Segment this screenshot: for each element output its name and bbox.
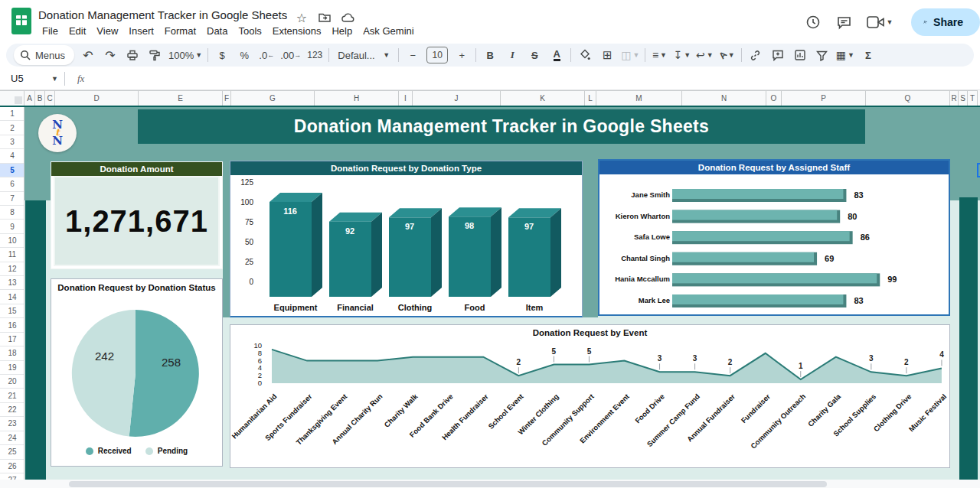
horizontal-align-button[interactable]: ≡▼ xyxy=(651,46,668,64)
redo-button[interactable]: ↷ xyxy=(102,46,119,64)
paint-format-button[interactable] xyxy=(146,46,163,64)
column-header-C[interactable]: C xyxy=(45,90,55,106)
move-folder-icon[interactable] xyxy=(317,10,332,25)
row-header-20[interactable]: 20 xyxy=(0,375,24,389)
column-header-L[interactable]: L xyxy=(585,90,596,106)
column-header-T[interactable]: T xyxy=(968,90,978,106)
menu-tools[interactable]: Tools xyxy=(233,24,266,39)
row-header-14[interactable]: 14 xyxy=(0,290,24,304)
row-header-2[interactable]: 2 xyxy=(0,121,24,135)
column-header-N[interactable]: N xyxy=(682,90,766,106)
row-header-8[interactable]: 8 xyxy=(0,206,24,220)
row-header-10[interactable]: 10 xyxy=(0,234,24,248)
column-header-J[interactable]: J xyxy=(413,90,501,106)
row-header-16[interactable]: 16 xyxy=(0,318,24,332)
strikethrough-button[interactable]: S xyxy=(526,46,543,64)
row-header-18[interactable]: 18 xyxy=(0,346,24,360)
row-header-1[interactable]: 1 xyxy=(0,107,24,121)
row-header-26[interactable]: 26 xyxy=(0,460,24,473)
row-header-7[interactable]: 7 xyxy=(0,192,24,206)
bold-button[interactable]: B xyxy=(482,46,498,64)
horizontal-scrollbar-thumb[interactable] xyxy=(69,481,827,487)
google-sheets-logo-icon[interactable] xyxy=(11,8,31,34)
menu-extensions[interactable]: Extensions xyxy=(267,24,327,39)
version-history-icon[interactable] xyxy=(804,13,822,31)
row-header-17[interactable]: 17 xyxy=(0,333,24,346)
row-header-11[interactable]: 11 xyxy=(0,248,24,262)
menu-format[interactable]: Format xyxy=(159,24,201,39)
text-color-button[interactable]: A xyxy=(548,46,565,64)
row-header-21[interactable]: 21 xyxy=(0,389,24,402)
row-header-27[interactable]: 27 xyxy=(0,473,24,480)
type-bar-chart-panel[interactable]: Donation Request by Donation Type 025507… xyxy=(230,161,583,317)
column-header-B[interactable]: B xyxy=(35,90,45,106)
column-header-G[interactable]: G xyxy=(231,90,315,106)
event-area-chart-panel[interactable]: Donation Request by Event 10864202553321… xyxy=(230,324,950,468)
cloud-status-icon[interactable] xyxy=(340,10,355,25)
column-header-D[interactable]: D xyxy=(55,90,139,106)
menu-file[interactable]: File xyxy=(37,24,64,39)
column-header-O[interactable]: O xyxy=(766,90,782,106)
format-percent-button[interactable]: % xyxy=(236,46,253,64)
row-header-3[interactable]: 3 xyxy=(0,135,24,149)
increase-font-size-button[interactable]: + xyxy=(453,46,470,64)
name-box[interactable]: U5▼ xyxy=(0,73,64,84)
row-header-13[interactable]: 13 xyxy=(0,276,24,290)
text-rotation-button[interactable]: A▼ xyxy=(719,46,736,64)
menu-view[interactable]: View xyxy=(91,24,123,39)
functions-button[interactable]: Σ xyxy=(860,46,877,64)
italic-button[interactable]: I xyxy=(504,46,521,64)
insert-chart-button[interactable] xyxy=(792,46,808,64)
column-header-H[interactable]: H xyxy=(315,90,399,106)
column-header-P[interactable]: P xyxy=(782,90,866,106)
row-header-5[interactable]: 5 xyxy=(0,164,24,177)
fill-color-button[interactable] xyxy=(577,46,593,64)
column-header-S[interactable]: S xyxy=(959,90,968,106)
menu-data[interactable]: Data xyxy=(201,24,233,39)
vertical-align-button[interactable]: ↧▼ xyxy=(673,46,691,64)
column-header-M[interactable]: M xyxy=(596,90,682,106)
star-icon[interactable]: ☆ xyxy=(294,10,309,25)
merge-cells-button[interactable]: ◫▼ xyxy=(621,46,639,64)
column-header-E[interactable]: E xyxy=(139,90,223,106)
insert-table-button[interactable]: ▦▼ xyxy=(836,46,854,64)
column-header-I[interactable]: I xyxy=(399,90,413,106)
insert-comment-button[interactable] xyxy=(769,46,786,64)
print-button[interactable] xyxy=(124,46,141,64)
column-header-R[interactable]: R xyxy=(950,90,959,106)
sheet-canvas[interactable]: Donation Management Tracker in Google Sh… xyxy=(24,107,980,480)
row-header-4[interactable]: 4 xyxy=(0,149,24,163)
meet-camera-icon[interactable]: ▼ xyxy=(865,13,894,31)
row-header-25[interactable]: 25 xyxy=(0,445,24,459)
donation-amount-card[interactable]: Donation Amount 1,271,671 xyxy=(51,161,223,269)
more-formats-button[interactable]: 123 xyxy=(306,46,323,64)
row-header-19[interactable]: 19 xyxy=(0,361,24,375)
font-select[interactable]: Defaul...▼ xyxy=(335,46,393,64)
staff-bar-chart-panel[interactable]: Donation Request by Assigned Staff Jane … xyxy=(598,159,950,316)
status-pie-chart-panel[interactable]: Donation Request by Donation Status 2422… xyxy=(51,278,223,467)
menu-edit[interactable]: Edit xyxy=(64,24,91,39)
column-header-A[interactable]: A xyxy=(24,90,35,106)
menu-help[interactable]: Help xyxy=(326,24,358,39)
create-filter-button[interactable] xyxy=(814,46,831,64)
document-title[interactable]: Donation Management Tracker in Google Sh… xyxy=(38,8,287,21)
menus-search-button[interactable]: Menus xyxy=(14,45,74,65)
row-header-6[interactable]: 6 xyxy=(0,177,24,191)
comments-icon[interactable] xyxy=(835,13,853,31)
row-header-24[interactable]: 24 xyxy=(0,431,24,445)
increase-decimal-button[interactable]: .00→ xyxy=(280,46,301,64)
borders-button[interactable]: ⊞ xyxy=(599,46,616,64)
menu-insert[interactable]: Insert xyxy=(123,24,159,39)
row-header-12[interactable]: 12 xyxy=(0,262,24,276)
row-header-23[interactable]: 23 xyxy=(0,417,24,431)
decrease-decimal-button[interactable]: .0← xyxy=(258,46,275,64)
font-size-input[interactable]: 10 xyxy=(426,47,448,63)
column-header-Q[interactable]: Q xyxy=(866,90,950,106)
undo-button[interactable]: ↶ xyxy=(80,46,96,64)
decrease-font-size-button[interactable]: − xyxy=(404,46,421,64)
row-header-9[interactable]: 9 xyxy=(0,220,24,233)
select-all-corner[interactable] xyxy=(0,90,24,106)
zoom-select[interactable]: 100%▼ xyxy=(168,46,202,64)
column-header-K[interactable]: K xyxy=(501,90,585,106)
row-header-15[interactable]: 15 xyxy=(0,304,24,318)
